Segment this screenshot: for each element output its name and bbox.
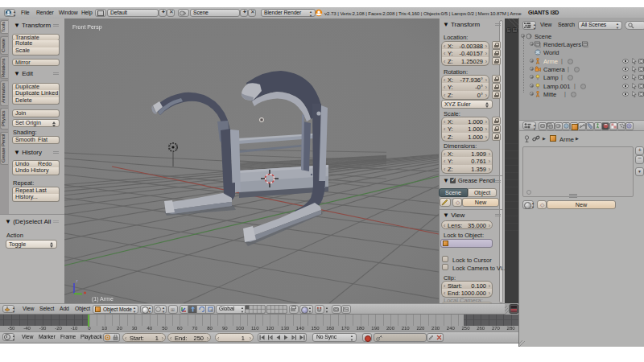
svg-text:(1) Arme: (1) Arme [92, 296, 114, 302]
svg-text:z: z [76, 278, 78, 283]
svg-text:Front Persp: Front Persp [72, 24, 102, 31]
